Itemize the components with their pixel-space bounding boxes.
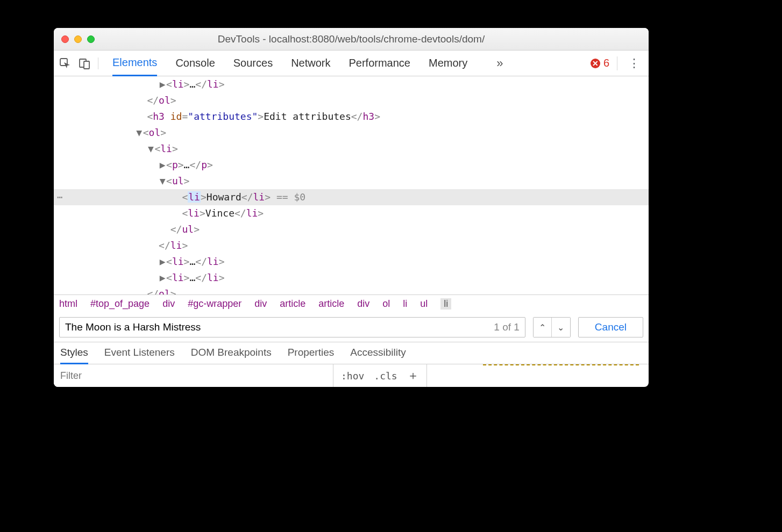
settings-menu-icon[interactable]: ⋮	[625, 56, 643, 70]
styles-right-rail	[426, 364, 649, 387]
crumb[interactable]: html	[59, 298, 77, 310]
node-text: Vince	[205, 207, 234, 219]
dom-row[interactable]: ▶<p>…</p>	[54, 157, 649, 173]
attr-name: id	[170, 111, 182, 122]
crumb[interactable]: li	[403, 298, 407, 310]
styles-toolbar: :hov .cls ＋	[54, 364, 649, 387]
svg-rect-2	[84, 61, 89, 69]
tab-console[interactable]: Console	[175, 51, 215, 76]
node-text: Edit attributes	[264, 111, 351, 122]
dom-row[interactable]: ▶<li>…</li>	[54, 254, 649, 270]
dom-row[interactable]: ▼<ol>	[54, 125, 649, 141]
dom-row[interactable]: ▼<ul>	[54, 173, 649, 189]
dom-row[interactable]: ▶<li>…</li>	[54, 76, 649, 92]
styles-filter-input[interactable]	[54, 364, 333, 387]
cancel-button[interactable]: Cancel	[578, 317, 643, 337]
dom-tree[interactable]: ▶<li>…</li> </ol> <h3 id="attributes">Ed…	[54, 76, 649, 294]
add-rule-icon[interactable]: ＋	[407, 368, 419, 384]
dom-row[interactable]: <h3 id="attributes">Edit attributes</h3>	[54, 109, 649, 125]
tab-accessibility[interactable]: Accessibility	[350, 347, 406, 364]
dom-row[interactable]: ▼<li>	[54, 141, 649, 157]
crumb[interactable]: article	[280, 298, 305, 310]
window-title: DevTools - localhost:8080/web/tools/chro…	[54, 33, 649, 45]
panel-tabs: Elements Console Sources Network Perform…	[98, 51, 503, 76]
tab-event-listeners[interactable]: Event Listeners	[104, 347, 175, 364]
dom-row[interactable]: </ol>	[54, 286, 649, 294]
find-nav: ⌃ ⌄	[533, 317, 571, 337]
devtools-window: DevTools - localhost:8080/web/tools/chro…	[54, 28, 649, 387]
tag-name: h3	[153, 111, 165, 122]
hov-toggle[interactable]: :hov	[341, 370, 364, 382]
tab-sources[interactable]: Sources	[233, 51, 273, 76]
traffic-lights	[54, 35, 95, 43]
crumb[interactable]: article	[318, 298, 344, 310]
row-actions-icon[interactable]: ⋯	[57, 189, 63, 205]
crumb[interactable]: div	[254, 298, 267, 310]
find-box: 1 of 1	[59, 317, 525, 337]
console-ref: == $0	[271, 191, 305, 203]
tab-performance[interactable]: Performance	[349, 51, 411, 76]
selected-tag: li	[188, 191, 201, 203]
breadcrumb: html #top_of_page div #gc-wrapper div ar…	[54, 294, 649, 313]
crumb[interactable]: #top_of_page	[90, 298, 150, 310]
dom-row[interactable]: </ul>	[54, 221, 649, 238]
chevron-down-icon: ⌄	[557, 323, 564, 332]
error-count: 6	[603, 57, 609, 69]
dom-row[interactable]: <li>Vince</li>	[54, 205, 649, 221]
tab-elements[interactable]: Elements	[112, 51, 157, 76]
crumb-current[interactable]: li	[440, 298, 451, 310]
cls-toggle[interactable]: .cls	[374, 370, 397, 382]
find-next-button[interactable]: ⌄	[552, 318, 570, 337]
tab-network[interactable]: Network	[291, 51, 330, 76]
tab-dom-breakpoints[interactable]: DOM Breakpoints	[191, 347, 272, 364]
chevron-up-icon: ⌃	[539, 323, 546, 332]
main-toolbar: Elements Console Sources Network Perform…	[54, 51, 649, 76]
separator	[617, 56, 617, 70]
tab-styles[interactable]: Styles	[60, 347, 88, 364]
minimize-icon[interactable]	[74, 35, 82, 43]
dom-row-selected[interactable]: ⋯ <li>Howard</li> == $0	[54, 189, 649, 205]
crumb[interactable]: div	[162, 298, 175, 310]
styles-toolbar-right: :hov .cls ＋	[333, 368, 426, 384]
dom-row[interactable]: </li>	[54, 238, 649, 254]
sidebar-tabs: Styles Event Listeners DOM Breakpoints P…	[54, 342, 649, 364]
toolbar-right: ✕ 6 ⋮	[591, 56, 643, 70]
crumb[interactable]: ol	[382, 298, 390, 310]
device-toggle-icon[interactable]	[79, 57, 90, 69]
maximize-icon[interactable]	[87, 35, 95, 43]
find-bar: 1 of 1 ⌃ ⌄ Cancel	[54, 313, 649, 342]
dom-row[interactable]: ▶<li>…</li>	[54, 270, 649, 286]
more-tabs-icon[interactable]: »	[496, 56, 503, 70]
node-text: Howard	[207, 191, 241, 203]
crumb[interactable]: #gc-wrapper	[188, 298, 241, 310]
close-icon[interactable]	[61, 35, 69, 43]
box-model-outline	[483, 364, 639, 370]
find-prev-button[interactable]: ⌃	[534, 318, 552, 337]
tab-memory[interactable]: Memory	[429, 51, 467, 76]
error-icon: ✕	[591, 59, 600, 68]
tab-properties[interactable]: Properties	[288, 347, 335, 364]
search-input[interactable]	[60, 321, 488, 333]
crumb[interactable]: div	[357, 298, 369, 310]
attr-value: "attributes"	[188, 111, 258, 122]
error-badge[interactable]: ✕ 6	[591, 57, 609, 69]
inspect-icon[interactable]	[59, 57, 71, 69]
match-counter: 1 of 1	[488, 321, 525, 333]
toolbar-left	[59, 57, 98, 69]
dom-row[interactable]: </ol>	[54, 92, 649, 109]
crumb[interactable]: ul	[420, 298, 428, 310]
titlebar: DevTools - localhost:8080/web/tools/chro…	[54, 28, 649, 51]
